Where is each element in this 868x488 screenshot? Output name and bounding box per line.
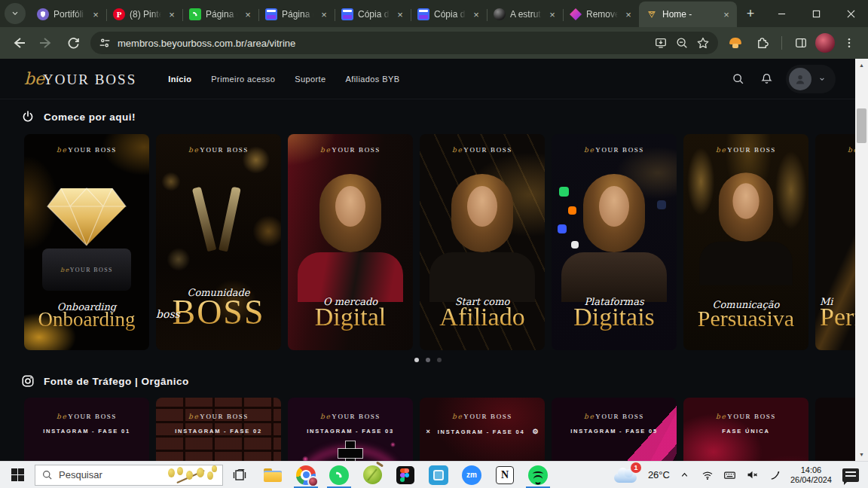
traffic-card-fase-01[interactable]: beYOUR BOSS INSTAGRAM - FASE 01: [24, 398, 149, 461]
browser-tab-pagina-2[interactable]: Página d ×: [258, 2, 335, 27]
page-scrollbar[interactable]: ▲ ▼: [855, 59, 868, 461]
pinterest-favicon-icon: P: [113, 8, 125, 20]
wifi-icon[interactable]: [700, 468, 715, 483]
browser-tab-remove[interactable]: Remove ×: [563, 2, 639, 27]
task-view-button[interactable]: [223, 462, 256, 488]
tab-close-icon[interactable]: ×: [394, 8, 406, 20]
nav-inicio[interactable]: Início: [168, 75, 191, 84]
user-avatar-menu[interactable]: [786, 65, 836, 93]
nav-primeiro-acesso[interactable]: Primeiro acesso: [211, 75, 275, 84]
course-card-plataformas-digitais[interactable]: beYOUR BOSS Plataformas Digitais: [552, 134, 677, 350]
logo-mark: be: [24, 69, 44, 88]
carousel-dot[interactable]: [426, 358, 430, 362]
card-row-comece: beYOUR BOSS beYOUR BOSS Onboarding Onboa…: [24, 134, 855, 350]
chrome-taskbar-button[interactable]: [289, 462, 322, 488]
course-card-partial[interactable]: beYOUR BOSS Mi Perfo: [815, 134, 855, 350]
tab-title: Portifóli: [53, 9, 85, 20]
forward-button[interactable]: [33, 30, 59, 56]
tab-close-icon[interactable]: ×: [90, 8, 102, 20]
browser-tab-portfolio[interactable]: Portifóli ×: [30, 2, 106, 27]
reload-button[interactable]: [60, 30, 86, 56]
whatsapp-taskbar-button[interactable]: [322, 462, 356, 488]
browser-tab-copia-1[interactable]: Cópia d ×: [335, 2, 411, 27]
taskbar-search-input[interactable]: Pesquisar: [35, 465, 223, 486]
traffic-card-fase-unica[interactable]: beYOUR BOSS FASE ÚNICA: [683, 398, 808, 461]
browser-tab-copia-2[interactable]: Cópia d ×: [411, 2, 487, 27]
browser-tab-pinterest[interactable]: P (8) Pinte ×: [106, 2, 182, 27]
tab-search-button[interactable]: [5, 3, 26, 24]
browser-tab-a-estrut[interactable]: A estrut ×: [487, 2, 563, 27]
volume-muted-icon[interactable]: [745, 468, 760, 483]
new-tab-button[interactable]: +: [740, 3, 761, 24]
browser-menu-kebab-icon[interactable]: [836, 30, 862, 56]
traffic-card-fase-03[interactable]: beYOUR BOSS INSTAGRAM - FASE 03: [288, 398, 413, 461]
file-explorer-button[interactable]: [256, 462, 289, 488]
window-controls: [764, 0, 868, 27]
extensions-puzzle-icon[interactable]: [750, 30, 775, 56]
course-card-comunidade-boss[interactable]: beYOUR BOSS Comunidade BOSS boss: [156, 134, 281, 350]
tray-chevron-up-icon[interactable]: [677, 468, 692, 483]
course-card-mercado-digital[interactable]: beYOUR BOSS O mercado Digital: [288, 134, 413, 350]
windows-ink-pen-icon[interactable]: [768, 468, 783, 483]
spotify-taskbar-button[interactable]: [521, 462, 555, 488]
action-center-button[interactable]: [839, 468, 862, 483]
close-window-button[interactable]: [833, 0, 868, 27]
install-app-icon[interactable]: [650, 32, 671, 53]
minimize-button[interactable]: [764, 0, 799, 27]
weather-widget[interactable]: 1: [613, 465, 640, 486]
bookmark-star-icon[interactable]: [692, 32, 714, 53]
taskbar-clock[interactable]: 14:06 26/04/2024: [790, 465, 832, 485]
tab-close-icon[interactable]: ×: [546, 8, 558, 20]
back-button[interactable]: [6, 30, 32, 56]
traffic-card-fase-04[interactable]: beYOUR BOSS × INSTAGRAM - FASE 04 ⚙: [420, 398, 545, 461]
carousel-dot[interactable]: [437, 358, 442, 362]
tab-close-icon[interactable]: ×: [166, 8, 178, 20]
scroll-up-arrow[interactable]: ▲: [855, 59, 868, 72]
keyboard-input-icon[interactable]: [723, 468, 738, 483]
figma-icon: [396, 466, 414, 484]
traffic-card-fase-02[interactable]: beYOUR BOSS INSTAGRAM - FASE 02: [156, 398, 281, 461]
tab-close-icon[interactable]: ×: [318, 8, 330, 20]
traffic-card-partial[interactable]: [815, 398, 855, 461]
address-bar[interactable]: membros.beyourboss.com.br/area/vitrine: [90, 32, 718, 54]
blue-app-button[interactable]: [422, 462, 455, 488]
course-card-comunicacao-persuasiva[interactable]: beYOUR BOSS Comunicação Persuasiva: [683, 134, 808, 350]
spotify-icon: [528, 465, 548, 485]
course-card-start-afiliado[interactable]: beYOUR BOSS Start como Afiliado: [420, 134, 545, 350]
tab-close-icon[interactable]: ×: [622, 8, 634, 20]
tab-close-icon[interactable]: ×: [720, 8, 732, 20]
scroll-down-arrow[interactable]: ▼: [855, 448, 868, 461]
start-button[interactable]: [0, 462, 35, 488]
side-panel-icon[interactable]: [788, 30, 814, 56]
browser-tab-home-active[interactable]: Home - ×: [639, 2, 737, 27]
nav-suporte[interactable]: Suporte: [295, 75, 326, 84]
card-brand-logo: beYOUR BOSS: [683, 146, 808, 154]
temperature-label[interactable]: 26°C: [648, 469, 670, 480]
browser-profile-avatar[interactable]: [815, 33, 835, 53]
app-icon-graphic: [558, 224, 567, 233]
site-logo[interactable]: be YOUR BOSS: [24, 69, 136, 88]
zoom-indicator-icon[interactable]: [671, 32, 692, 53]
tab-close-icon[interactable]: ×: [470, 8, 482, 20]
browser-tab-pagina-1[interactable]: Página d ×: [182, 2, 258, 27]
lime-app-button[interactable]: [356, 462, 389, 488]
notifications-bell-icon[interactable]: [757, 70, 775, 88]
notion-taskbar-button[interactable]: N: [488, 462, 521, 488]
card-title: Digital: [288, 304, 413, 331]
site-search-icon[interactable]: [729, 70, 747, 88]
figma-taskbar-button[interactable]: [389, 462, 422, 488]
header-actions: [729, 65, 836, 93]
traffic-card-fase-05[interactable]: beYOUR BOSS INSTAGRAM - FASE 05: [552, 398, 677, 461]
tab-close-icon[interactable]: ×: [242, 8, 254, 20]
carousel-dot-active[interactable]: [414, 358, 419, 362]
url-text[interactable]: membros.beyourboss.com.br/area/vitrine: [118, 38, 650, 49]
nav-afiliados-byb[interactable]: Afiliados BYB: [346, 75, 400, 84]
orange-extension-icon[interactable]: [723, 30, 748, 56]
search-decoration-flowers: [164, 465, 219, 485]
scrollbar-thumb[interactable]: [857, 108, 866, 143]
site-settings-icon[interactable]: [98, 36, 112, 50]
card-title: Perfo: [820, 304, 855, 331]
course-card-onboarding[interactable]: beYOUR BOSS beYOUR BOSS Onboarding Onboa…: [24, 134, 149, 350]
maximize-button[interactable]: [799, 0, 833, 27]
zoom-taskbar-button[interactable]: zm: [455, 462, 488, 488]
